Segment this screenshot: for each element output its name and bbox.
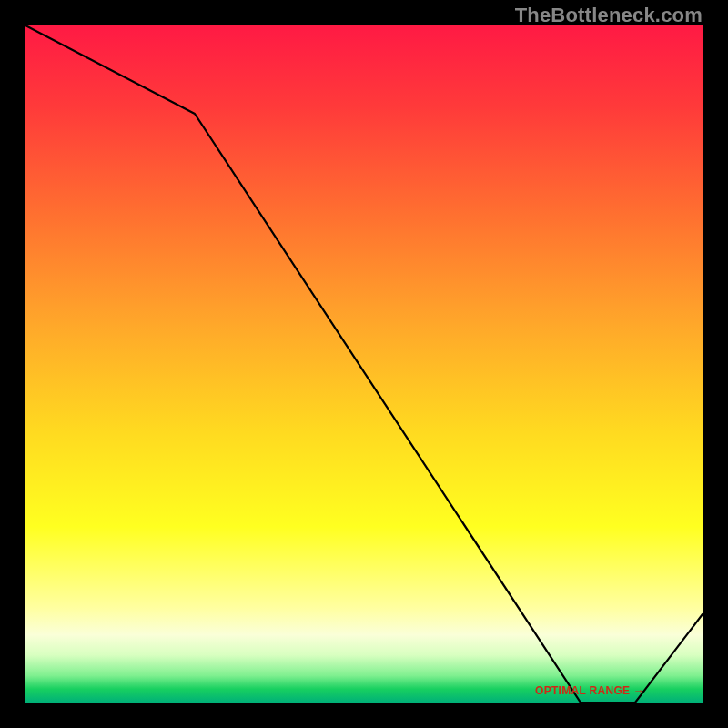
plot-area: OPTIMAL RANGE → (25, 25, 703, 703)
optimal-range-label: OPTIMAL RANGE → (535, 684, 644, 697)
watermark-text: TheBottleneck.com (515, 4, 703, 27)
chart-frame: TheBottleneck.com OPTIMAL RANGE → (0, 0, 728, 728)
bottleneck-line (25, 25, 703, 703)
curve-path (25, 25, 703, 703)
